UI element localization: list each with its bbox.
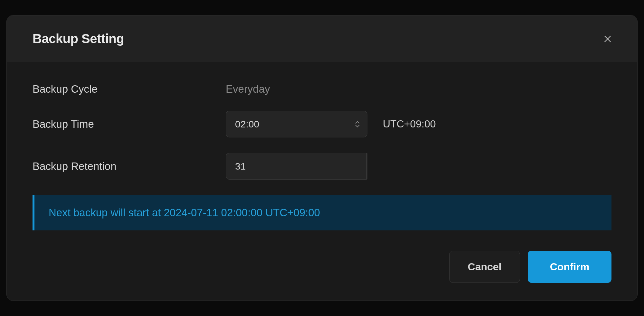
chevron-up-icon (367, 158, 367, 161)
backup-retention-stepper (226, 153, 367, 180)
retention-stepper-buttons (366, 153, 367, 180)
backup-time-label: Backup Time (33, 118, 226, 130)
backup-time-row: Backup Time UTC+09:00 (33, 111, 611, 137)
backup-cycle-row: Backup Cycle Everyday (33, 83, 611, 95)
backup-retention-row: Backup Retention (33, 153, 611, 180)
retention-step-up-button[interactable] (367, 153, 367, 166)
backup-time-select[interactable] (226, 111, 367, 137)
backup-time-timezone: UTC+09:00 (383, 118, 436, 130)
backup-setting-modal: Backup Setting Backup Cycle Everyday Bac… (6, 15, 638, 301)
modal-title: Backup Setting (33, 32, 124, 46)
backup-time-select-wrap (226, 111, 367, 137)
modal-footer: Cancel Confirm (7, 245, 637, 301)
close-icon (603, 34, 612, 43)
next-backup-banner: Next backup will start at 2024-07-11 02:… (33, 195, 611, 230)
backup-retention-label: Backup Retention (33, 160, 226, 172)
modal-body: Backup Cycle Everyday Backup Time UTC+09… (7, 62, 637, 245)
confirm-button[interactable]: Confirm (528, 251, 611, 283)
modal-header: Backup Setting (7, 15, 637, 62)
next-backup-text: Next backup will start at 2024-07-11 02:… (49, 207, 320, 218)
close-button[interactable] (601, 32, 615, 46)
retention-step-down-button[interactable] (367, 166, 367, 179)
backup-cycle-value: Everyday (226, 83, 270, 95)
chevron-down-icon (367, 172, 367, 174)
cancel-button[interactable]: Cancel (449, 251, 520, 283)
backup-retention-input[interactable] (226, 153, 366, 180)
backup-cycle-label: Backup Cycle (33, 83, 226, 95)
